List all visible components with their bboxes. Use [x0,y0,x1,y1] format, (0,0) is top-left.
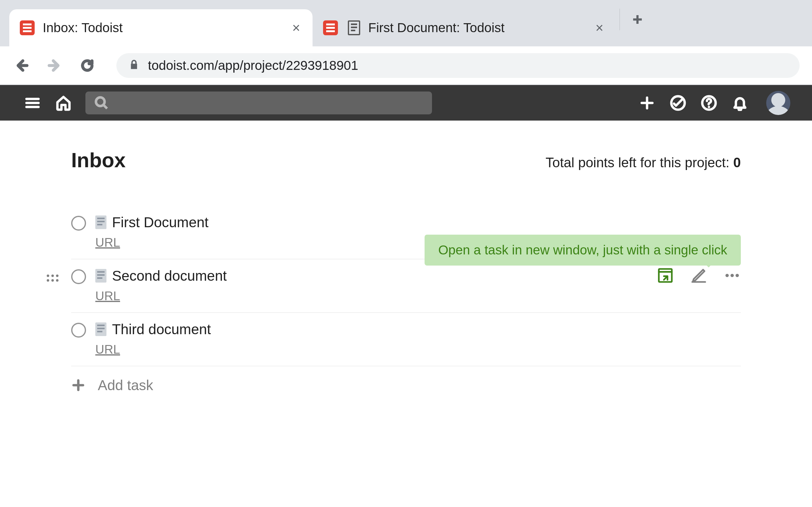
avatar-button[interactable] [766,91,790,115]
task-checkbox[interactable] [71,323,86,338]
forward-button[interactable] [45,56,64,75]
document-icon [95,216,106,229]
svg-point-0 [96,97,105,106]
drag-handle[interactable] [46,272,59,284]
quick-add-button[interactable] [636,92,658,114]
points-value: 0 [733,155,741,170]
notifications-button[interactable] [729,92,751,114]
search-input[interactable] [86,92,432,114]
task-list: First Document URL Second document URL O… [71,206,741,404]
document-icon [95,323,106,336]
close-icon[interactable]: × [594,21,605,35]
reload-button[interactable] [78,56,97,75]
help-button[interactable] [698,92,720,114]
tab-title: First Document: Todoist [368,20,586,35]
tooltip-text: Open a task in new window, just with a s… [438,243,727,257]
main-content: Inbox Total points left for this project… [0,121,812,404]
task-checkbox[interactable] [71,216,86,231]
document-icon [348,20,360,35]
productivity-button[interactable] [667,92,689,114]
add-task-button[interactable]: Add task [71,367,741,404]
task-body: Third document URL [95,321,741,356]
task-title: First Document [112,214,209,231]
address-bar: todoist.com/app/project/2293918901 [0,46,812,85]
svg-point-4 [725,274,729,277]
svg-point-5 [730,274,734,277]
task-body: Second document URL [95,267,741,303]
task-title: Third document [112,321,211,338]
more-actions-button[interactable] [723,267,741,284]
browser-tabstrip: Inbox: Todoist × First Document: Todoist… [0,0,812,46]
todoist-icon [323,20,338,35]
points-indicator: Total points left for this project: 0 [546,155,741,170]
task-actions [657,267,741,284]
close-icon[interactable]: × [290,21,302,35]
url-input[interactable]: todoist.com/app/project/2293918901 [116,53,800,78]
menu-button[interactable] [22,92,43,114]
feature-tooltip: Open a task in new window, just with a s… [424,235,741,266]
task-url-link[interactable]: URL [95,289,120,303]
task-url-link[interactable]: URL [95,343,120,356]
url-text: todoist.com/app/project/2293918901 [148,58,358,73]
task-url-link[interactable]: URL [95,236,120,249]
task-row[interactable]: Second document URL Open a task in new w… [71,260,741,313]
points-label: Total points left for this project: [546,155,733,170]
open-new-window-button[interactable] [657,267,674,284]
search-icon [94,96,109,110]
lock-icon [129,58,139,73]
svg-point-6 [735,274,739,277]
task-row[interactable]: Third document URL [71,313,741,367]
page-title: Inbox [71,149,125,172]
back-button[interactable] [12,56,31,75]
add-task-label: Add task [98,377,153,394]
todoist-icon [20,20,35,35]
tab-separator [619,9,620,30]
document-icon [95,269,106,283]
task-checkbox[interactable] [71,269,86,284]
app-header [0,85,812,121]
home-button[interactable] [53,92,74,114]
page-header: Inbox Total points left for this project… [71,149,741,172]
browser-tab-1[interactable]: First Document: Todoist × [312,9,616,46]
browser-tab-0[interactable]: Inbox: Todoist × [9,9,312,46]
tab-title: Inbox: Todoist [43,20,282,35]
task-title: Second document [112,267,227,284]
edit-task-button[interactable] [690,267,707,284]
new-tab-button[interactable] [623,6,651,34]
